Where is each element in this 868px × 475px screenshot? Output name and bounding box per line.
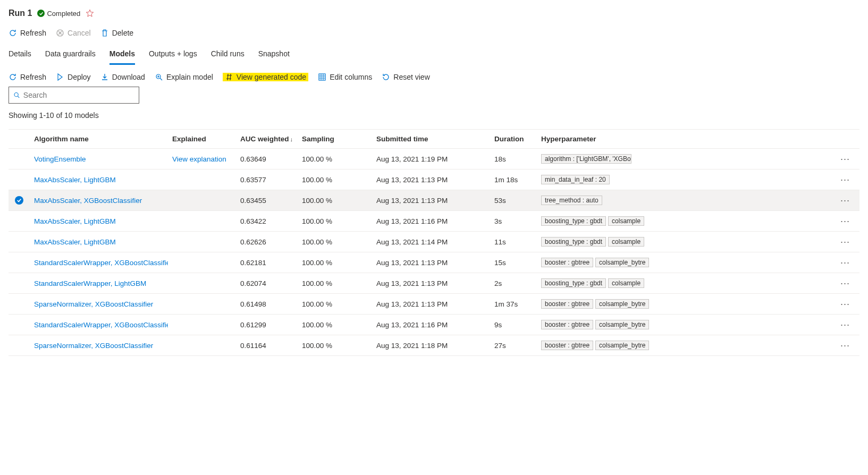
more-actions-button[interactable]: ··· (840, 319, 850, 330)
refresh-models-label: Refresh (20, 73, 46, 81)
auc-value: 0.63455 (236, 190, 298, 211)
search-icon (13, 91, 20, 99)
more-actions-button[interactable]: ··· (840, 195, 850, 206)
sampling-value: 100.00 % (298, 232, 372, 252)
tab-models[interactable]: Models (109, 45, 135, 65)
refresh-button[interactable]: Refresh (9, 29, 46, 37)
submitted-value: Aug 13, 2021 1:13 PM (372, 252, 490, 273)
col-auc-label: AUC weighted (240, 135, 289, 143)
table-row[interactable]: StandardScalerWrapper, LightGBM0.6207410… (9, 273, 859, 294)
sort-desc-icon: ↓ (290, 136, 293, 142)
algorithm-link[interactable]: SparseNormalizer, XGBoostClassifier (34, 342, 153, 350)
hyperparameter-tag[interactable]: boosting_type : gbdt (541, 237, 606, 247)
hyperparameter-tag[interactable]: min_data_in_leaf : 20 (541, 175, 610, 184)
search-box[interactable] (9, 87, 139, 104)
submitted-value: Aug 13, 2021 1:16 PM (372, 211, 490, 232)
col-hyper[interactable]: Hyperparameter (537, 130, 836, 149)
table-row[interactable]: StandardScalerWrapper, XGBoostClassifier… (9, 315, 859, 335)
refresh-models-button[interactable]: Refresh (9, 73, 46, 81)
page-title: Run 1 (9, 9, 32, 18)
duration-value: 2s (490, 273, 537, 294)
reset-view-button[interactable]: Reset view (382, 73, 429, 81)
view-generated-code-button[interactable]: View generated code (223, 73, 308, 81)
hyperparameter-tag[interactable]: tree_method : auto (541, 196, 602, 205)
col-algorithm[interactable]: Algorithm name (30, 130, 168, 149)
hyperparameter-tag[interactable]: colsample (608, 237, 644, 247)
col-auc[interactable]: AUC weighted↓ (236, 130, 298, 149)
col-submitted[interactable]: Submitted time (372, 130, 490, 149)
explain-model-button[interactable]: Explain model (155, 73, 213, 81)
hyperparameter-tag[interactable]: booster : gbtree (541, 258, 593, 267)
hyperparameter-tag[interactable]: colsample (608, 216, 644, 226)
tab-details[interactable]: Details (9, 45, 31, 65)
sampling-value: 100.00 % (298, 294, 372, 315)
col-duration[interactable]: Duration (490, 130, 537, 149)
hyperparameter-tag[interactable]: colsample (608, 278, 644, 288)
table-row[interactable]: VotingEnsembleView explanation0.63649100… (9, 149, 859, 169)
table-row[interactable]: MaxAbsScaler, XGBoostClassifier0.6345510… (9, 190, 859, 211)
algorithm-link[interactable]: StandardScalerWrapper, XGBoostClassifier (34, 259, 168, 267)
more-actions-button[interactable]: ··· (840, 278, 850, 289)
table-row[interactable]: MaxAbsScaler, LightGBM0.63577100.00 %Aug… (9, 169, 859, 190)
more-actions-button[interactable]: ··· (840, 154, 850, 164)
tab-snapshot[interactable]: Snapshot (258, 45, 290, 65)
tab-child-runs[interactable]: Child runs (211, 45, 245, 65)
tab-data-guardrails[interactable]: Data guardrails (45, 45, 96, 65)
table-header-row: Algorithm name Explained AUC weighted↓ S… (9, 130, 859, 149)
hyperparameter-tag[interactable]: boosting_type : gbdt (541, 278, 606, 288)
deploy-label: Deploy (68, 73, 91, 81)
hyperparameter-tag[interactable]: boosting_type : gbdt (541, 216, 606, 226)
more-actions-button[interactable]: ··· (840, 174, 850, 185)
hyperparameter-tag[interactable]: colsample_bytre (595, 258, 649, 267)
more-actions-button[interactable]: ··· (840, 236, 850, 247)
algorithm-link[interactable]: StandardScalerWrapper, XGBoostClassifier (34, 321, 168, 329)
col-explained[interactable]: Explained (168, 130, 236, 149)
table-row[interactable]: MaxAbsScaler, LightGBM0.63422100.00 %Aug… (9, 211, 859, 232)
more-actions-button[interactable]: ··· (840, 257, 850, 268)
delete-button[interactable]: Delete (100, 29, 133, 37)
algorithm-link[interactable]: MaxAbsScaler, LightGBM (34, 217, 116, 225)
algorithm-link[interactable]: SparseNormalizer, XGBoostClassifier (34, 300, 153, 308)
check-circle-icon (37, 10, 45, 17)
tab-outputs-logs[interactable]: Outputs + logs (149, 45, 197, 65)
sampling-value: 100.00 % (298, 149, 372, 169)
table-row[interactable]: MaxAbsScaler, LightGBM0.62626100.00 %Aug… (9, 232, 859, 252)
download-button[interactable]: Download (100, 73, 145, 81)
more-actions-button[interactable]: ··· (840, 299, 850, 309)
algorithm-link[interactable]: VotingEnsemble (34, 155, 86, 163)
edit-columns-button[interactable]: Edit columns (318, 73, 372, 81)
refresh-icon (9, 29, 17, 37)
hyperparameter-tag[interactable]: colsample_bytre (595, 341, 649, 350)
table-row[interactable]: StandardScalerWrapper, XGBoostClassifier… (9, 252, 859, 273)
submitted-value: Aug 13, 2021 1:13 PM (372, 169, 490, 190)
duration-value: 1m 18s (490, 169, 537, 190)
hyperparameter-tag[interactable]: booster : gbtree (541, 320, 593, 329)
more-actions-button[interactable]: ··· (840, 216, 850, 226)
algorithm-link[interactable]: MaxAbsScaler, LightGBM (34, 176, 116, 184)
more-actions-button[interactable]: ··· (840, 340, 850, 351)
algorithm-link[interactable]: MaxAbsScaler, LightGBM (34, 238, 116, 246)
hyperparameter-tag[interactable]: colsample_bytre (595, 320, 649, 329)
table-row[interactable]: SparseNormalizer, XGBoostClassifier0.614… (9, 294, 859, 315)
page-header: Run 1 Completed (9, 9, 859, 23)
algorithm-link[interactable]: MaxAbsScaler, XGBoostClassifier (34, 197, 142, 205)
download-label: Download (112, 73, 145, 81)
sampling-value: 100.00 % (298, 315, 372, 335)
star-icon[interactable] (86, 9, 94, 18)
view-explanation-link[interactable]: View explanation (172, 155, 226, 163)
submitted-value: Aug 13, 2021 1:13 PM (372, 190, 490, 211)
hyperparameter-tag[interactable]: algorithm : ['LightGBM', 'XGBoostC (541, 154, 631, 164)
search-input[interactable] (23, 91, 134, 99)
submitted-value: Aug 13, 2021 1:13 PM (372, 273, 490, 294)
deploy-button[interactable]: Deploy (56, 73, 91, 81)
svg-point-3 (14, 93, 18, 97)
table-row[interactable]: SparseNormalizer, XGBoostClassifier0.611… (9, 335, 859, 356)
algorithm-link[interactable]: StandardScalerWrapper, LightGBM (34, 279, 146, 287)
duration-value: 1m 37s (490, 294, 537, 315)
hyperparameter-tag[interactable]: colsample_bytre (595, 299, 649, 309)
col-sampling[interactable]: Sampling (298, 130, 372, 149)
auc-value: 0.63649 (236, 149, 298, 169)
sampling-value: 100.00 % (298, 190, 372, 211)
hyperparameter-tag[interactable]: booster : gbtree (541, 299, 593, 309)
hyperparameter-tag[interactable]: booster : gbtree (541, 341, 593, 350)
